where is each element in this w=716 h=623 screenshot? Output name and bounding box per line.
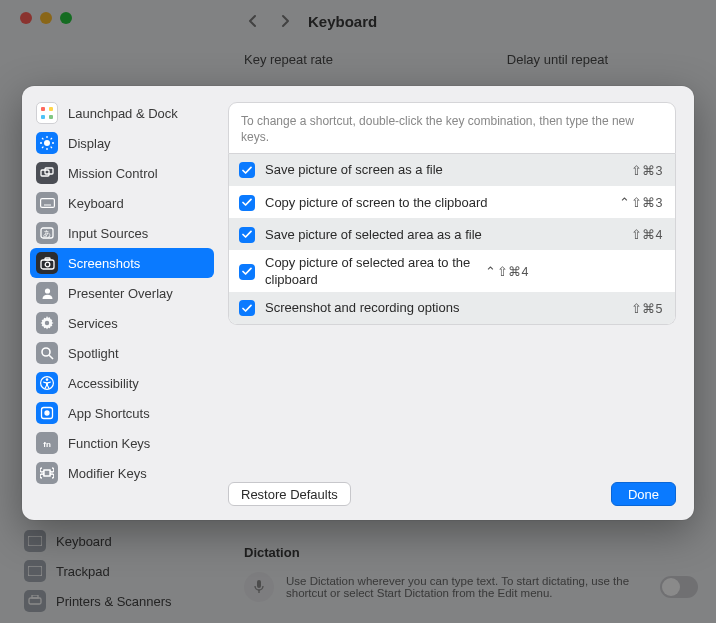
svg-point-27 [45, 262, 50, 267]
shortcut-row[interactable]: Copy picture of screen to the clipboard⌃… [229, 186, 675, 218]
screenshot-icon [36, 252, 58, 274]
svg-point-29 [44, 288, 49, 293]
sidebar-item-label: Screenshots [68, 256, 140, 271]
restore-defaults-button[interactable]: Restore Defaults [228, 482, 351, 506]
svg-rect-26 [41, 260, 54, 269]
sidebar-item-label: Accessibility [68, 376, 139, 391]
svg-rect-28 [45, 258, 50, 260]
sidebar-item-display[interactable]: Display [30, 128, 214, 158]
shortcut-label: Copy picture of screen to the clipboard [265, 195, 609, 211]
svg-point-10 [44, 140, 50, 146]
sun-icon [36, 132, 58, 154]
shortcut-label: Screenshot and recording options [265, 300, 621, 316]
shortcut-list: Save picture of screen as a file⇧⌘3Copy … [228, 154, 676, 325]
sidebar-item-label: Display [68, 136, 111, 151]
sidebar-item-label: App Shortcuts [68, 406, 150, 421]
accessibility-icon [36, 372, 58, 394]
sidebar-item-input-sources[interactable]: あInput Sources [30, 218, 214, 248]
svg-point-33 [46, 378, 49, 381]
sidebar-item-label: Function Keys [68, 436, 150, 451]
svg-line-16 [51, 147, 52, 148]
svg-line-15 [42, 138, 43, 139]
fn-icon: fn [36, 432, 58, 454]
svg-point-35 [45, 411, 49, 415]
svg-rect-6 [41, 107, 45, 111]
shortcut-row[interactable]: Copy picture of selected area to the cli… [229, 250, 675, 292]
sidebar-item-spotlight[interactable]: Spotlight [30, 338, 214, 368]
windows-icon [36, 162, 58, 184]
svg-text:fn: fn [43, 440, 51, 449]
cmd-icon [36, 462, 58, 484]
svg-line-31 [49, 355, 53, 359]
checkbox-icon[interactable] [239, 195, 255, 211]
shortcut-keys: ⇧⌘3 [631, 163, 663, 178]
gear-icon [36, 312, 58, 334]
search-icon [36, 342, 58, 364]
sidebar-item-label: Keyboard [68, 196, 124, 211]
input-icon: あ [36, 222, 58, 244]
done-button[interactable]: Done [611, 482, 676, 506]
sidebar-item-label: Services [68, 316, 118, 331]
shortcut-row[interactable]: Save picture of selected area as a file⇧… [229, 218, 675, 250]
svg-point-30 [42, 348, 50, 356]
shortcut-row[interactable]: Screenshot and recording options⇧⌘5 [229, 292, 675, 324]
sidebar-item-label: Launchpad & Dock [68, 106, 178, 121]
shortcuts-sheet: Launchpad & DockDisplayMission ControlKe… [22, 86, 694, 520]
sidebar-item-label: Modifier Keys [68, 466, 147, 481]
svg-line-17 [42, 147, 43, 148]
sidebar-item-label: Presenter Overlay [68, 286, 173, 301]
shortcut-label: Copy picture of selected area to the cli… [265, 255, 475, 288]
sheet-sidebar: Launchpad & DockDisplayMission ControlKe… [22, 86, 222, 520]
app-icon [36, 402, 58, 424]
svg-rect-21 [40, 199, 54, 208]
checkbox-icon[interactable] [239, 264, 255, 280]
checkbox-icon[interactable] [239, 162, 255, 178]
sidebar-item-label: Input Sources [68, 226, 148, 241]
sidebar-item-modifier-keys[interactable]: Modifier Keys [30, 458, 214, 488]
shortcut-label: Save picture of screen as a file [265, 162, 621, 178]
shortcut-row[interactable]: Save picture of screen as a file⇧⌘3 [229, 154, 675, 186]
person-icon [36, 282, 58, 304]
shortcut-label: Save picture of selected area as a file [265, 227, 621, 243]
checkbox-icon[interactable] [239, 227, 255, 243]
shortcut-keys: ⌃⇧⌘4 [485, 264, 529, 279]
svg-line-18 [51, 138, 52, 139]
sidebar-item-mission-control[interactable]: Mission Control [30, 158, 214, 188]
svg-text:あ: あ [43, 229, 51, 238]
sheet-main: To change a shortcut, double-click the k… [222, 86, 694, 520]
keyboard-icon [36, 192, 58, 214]
checkbox-icon[interactable] [239, 300, 255, 316]
svg-rect-7 [49, 107, 53, 111]
shortcut-keys: ⇧⌘5 [631, 301, 663, 316]
sidebar-item-presenter-overlay[interactable]: Presenter Overlay [30, 278, 214, 308]
sidebar-item-app-shortcuts[interactable]: App Shortcuts [30, 398, 214, 428]
sidebar-item-keyboard[interactable]: Keyboard [30, 188, 214, 218]
svg-rect-8 [41, 115, 45, 119]
sidebar-item-accessibility[interactable]: Accessibility [30, 368, 214, 398]
sidebar-item-label: Mission Control [68, 166, 158, 181]
svg-rect-9 [49, 115, 53, 119]
hint-text: To change a shortcut, double-click the k… [228, 102, 676, 154]
shortcut-keys: ⇧⌘4 [631, 227, 663, 242]
sidebar-item-screenshots[interactable]: Screenshots [30, 248, 214, 278]
sidebar-item-label: Spotlight [68, 346, 119, 361]
sidebar-item-function-keys[interactable]: fnFunction Keys [30, 428, 214, 458]
sheet-footer: Restore Defaults Done [228, 482, 676, 506]
sidebar-item-services[interactable]: Services [30, 308, 214, 338]
sidebar-item-launchpad-dock[interactable]: Launchpad & Dock [30, 98, 214, 128]
shortcut-keys: ⌃⇧⌘3 [619, 195, 663, 210]
grid-icon [36, 102, 58, 124]
